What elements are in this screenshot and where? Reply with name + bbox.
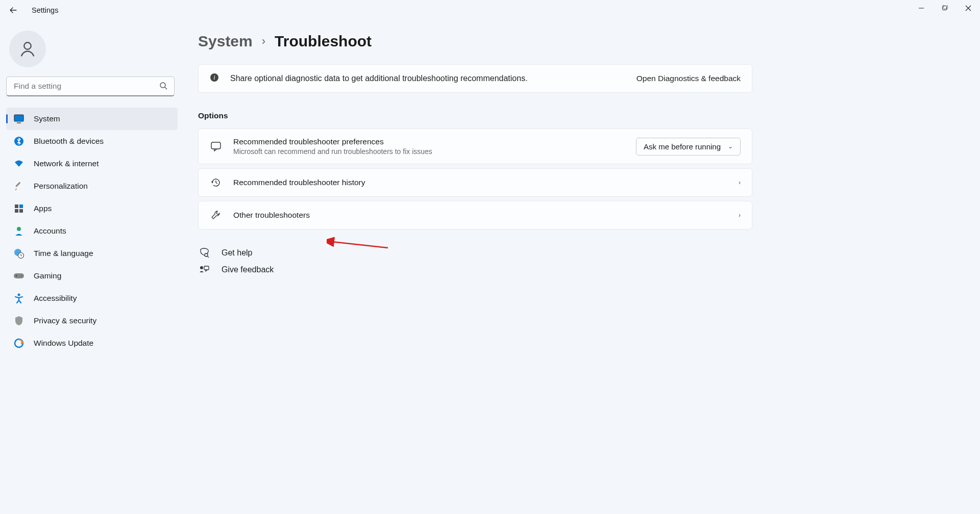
sidebar-item-label: Bluetooth & devices	[34, 137, 104, 146]
help-icon	[198, 248, 210, 258]
svg-point-30	[200, 266, 203, 269]
svg-point-15	[17, 227, 21, 231]
apps-icon	[13, 203, 24, 214]
wrench-icon	[210, 210, 222, 221]
clock-globe-icon	[13, 248, 24, 259]
svg-rect-14	[19, 209, 23, 213]
minimize-button[interactable]	[910, 0, 933, 16]
other-troubleshooters-card[interactable]: Other troubleshooters ›	[198, 201, 752, 229]
svg-rect-12	[19, 204, 23, 208]
svg-rect-31	[204, 266, 209, 270]
card-title: Recommended troubleshooter preferences	[233, 137, 625, 146]
footer-link-label: Give feedback	[222, 265, 274, 274]
chat-icon	[210, 141, 222, 152]
card-title: Other troubleshooters	[233, 211, 727, 220]
wifi-icon	[13, 158, 24, 169]
main-content: System › Troubleshoot i Share optional d…	[184, 20, 771, 512]
search-wrap	[6, 76, 175, 96]
svg-rect-10	[15, 182, 21, 188]
svg-line-29	[207, 256, 209, 258]
sidebar-item-bluetooth[interactable]: Bluetooth & devices	[6, 130, 178, 152]
paintbrush-icon	[13, 181, 24, 192]
close-button[interactable]	[957, 0, 980, 16]
svg-point-19	[16, 275, 17, 276]
give-feedback-link[interactable]: Give feedback	[198, 265, 752, 274]
banner-message: Share optional diagnostic data to get ad…	[230, 74, 625, 83]
window-controls	[910, 0, 980, 16]
sidebar-item-system[interactable]: System	[6, 108, 178, 130]
sidebar: System Bluetooth & devices Network & int…	[0, 20, 184, 512]
diagnostics-banner: i Share optional diagnostic data to get …	[198, 64, 752, 93]
svg-text:i: i	[213, 74, 215, 81]
search-icon	[159, 82, 167, 92]
arrow-left-icon	[9, 6, 17, 14]
sidebar-item-label: Network & internet	[34, 159, 99, 168]
gamepad-icon	[13, 270, 24, 281]
dropdown-value: Ask me before running	[644, 142, 721, 151]
sidebar-item-label: System	[34, 114, 60, 123]
preferences-dropdown[interactable]: Ask me before running ⌄	[636, 138, 741, 156]
history-card[interactable]: Recommended troubleshooter history ›	[198, 168, 752, 197]
svg-point-20	[21, 275, 22, 276]
chevron-down-icon: ⌄	[728, 143, 733, 150]
sidebar-item-accessibility[interactable]: Accessibility	[6, 287, 178, 310]
info-icon: i	[210, 73, 219, 84]
footer-link-label: Get help	[222, 248, 252, 258]
sidebar-item-label: Time & language	[34, 249, 93, 258]
sidebar-item-label: Personalization	[34, 182, 88, 191]
chevron-right-icon: ›	[739, 212, 741, 219]
history-icon	[210, 177, 222, 188]
sidebar-item-label: Accounts	[34, 226, 66, 236]
svg-rect-6	[14, 115, 23, 121]
breadcrumb: System › Troubleshoot	[198, 33, 752, 50]
options-label: Options	[198, 111, 752, 120]
sidebar-item-label: Apps	[34, 204, 52, 213]
chevron-right-icon: ›	[262, 35, 265, 48]
sidebar-item-label: Privacy & security	[34, 316, 96, 325]
back-button[interactable]	[9, 6, 17, 14]
app-title: Settings	[32, 6, 58, 14]
svg-rect-18	[14, 273, 24, 278]
svg-line-5	[165, 87, 167, 89]
system-icon	[13, 113, 24, 124]
avatar[interactable]	[9, 31, 46, 67]
diagnostics-link[interactable]: Open Diagnostics & feedback	[636, 74, 741, 83]
update-icon	[13, 338, 24, 349]
sidebar-item-update[interactable]: Windows Update	[6, 332, 178, 354]
sidebar-item-personalization[interactable]: Personalization	[6, 175, 178, 197]
sidebar-item-label: Accessibility	[34, 294, 77, 303]
sidebar-item-gaming[interactable]: Gaming	[6, 265, 178, 287]
svg-point-21	[18, 294, 20, 296]
accessibility-icon	[13, 293, 24, 304]
sidebar-item-privacy[interactable]: Privacy & security	[6, 310, 178, 332]
sidebar-item-label: Windows Update	[34, 339, 93, 348]
page-title: Troubleshoot	[275, 33, 372, 50]
svg-rect-26	[211, 142, 220, 149]
card-subtitle: Microsoft can recommend and run troubles…	[233, 147, 625, 156]
user-icon	[18, 40, 37, 58]
svg-rect-13	[15, 209, 18, 213]
shield-icon	[13, 315, 24, 326]
svg-rect-11	[15, 204, 18, 208]
svg-point-3	[24, 42, 31, 49]
sidebar-item-accounts[interactable]: Accounts	[6, 220, 178, 242]
chevron-right-icon: ›	[739, 179, 741, 186]
sidebar-item-time[interactable]: Time & language	[6, 242, 178, 265]
feedback-icon	[198, 265, 210, 274]
title-bar: Settings	[0, 0, 980, 20]
breadcrumb-parent[interactable]: System	[198, 33, 253, 50]
sidebar-item-label: Gaming	[34, 271, 61, 280]
maximize-button[interactable]	[933, 0, 957, 16]
get-help-link[interactable]: Get help	[198, 248, 752, 258]
sidebar-item-apps[interactable]: Apps	[6, 197, 178, 220]
sidebar-item-network[interactable]: Network & internet	[6, 152, 178, 175]
svg-rect-1	[943, 6, 947, 10]
svg-marker-27	[211, 182, 213, 184]
search-input[interactable]	[6, 76, 175, 96]
card-title: Recommended troubleshooter history	[233, 178, 727, 187]
bluetooth-icon	[13, 136, 24, 147]
svg-point-4	[160, 83, 165, 88]
account-icon	[13, 225, 24, 237]
preferences-card: Recommended troubleshooter preferences M…	[198, 128, 752, 164]
